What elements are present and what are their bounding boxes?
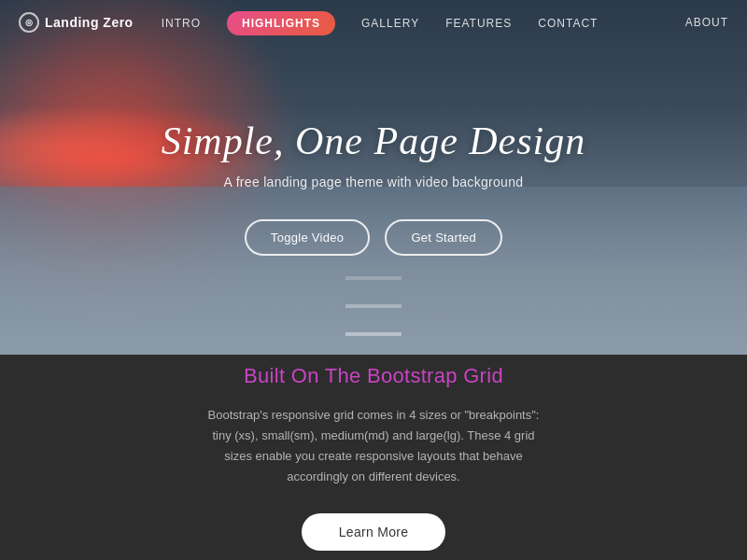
nav-link-intro[interactable]: INTRO [162,17,201,30]
nav-item-gallery[interactable]: GALLERY [361,14,419,31]
hero-buttons: Toggle Video Get Started [162,219,586,256]
nav-link-features[interactable]: FEATURES [445,17,512,30]
nav-item-contact[interactable]: CONTACT [538,14,598,31]
toggle-video-button[interactable]: Toggle Video [245,219,371,256]
nav-link-contact[interactable]: CONTACT [538,17,598,30]
get-started-button[interactable]: Get Started [385,219,502,256]
brand-icon: ◎ [19,12,39,33]
learn-more-button[interactable]: Learn More [302,513,446,551]
hero-section: Simple, One Page Design A free landing p… [0,0,747,355]
nav-about-link[interactable]: ABOUT [685,16,728,29]
hero-title: Simple, One Page Design [162,119,586,163]
brand[interactable]: ◎ Landing Zero [19,12,134,33]
highlights-description: Bootstrap's responsive grid comes in 4 s… [205,405,542,487]
highlights-section: Built On The Bootstrap Grid Bootstrap's … [0,355,747,560]
hero-subtitle: A free landing page theme with video bac… [162,175,586,189]
navbar: ◎ Landing Zero INTRO HIGHLIGHTS GALLERY … [0,0,747,45]
hero-content: Simple, One Page Design A free landing p… [162,100,586,256]
brand-name: Landing Zero [45,15,134,30]
nav-link-highlights[interactable]: HIGHLIGHTS [227,11,335,35]
nav-links: INTRO HIGHLIGHTS GALLERY FEATURES CONTAC… [162,14,599,31]
nav-item-intro[interactable]: INTRO [162,14,201,31]
nav-link-gallery[interactable]: GALLERY [361,17,419,30]
highlights-title: Built On The Bootstrap Grid [244,364,503,388]
nav-item-features[interactable]: FEATURES [445,14,512,31]
nav-item-highlights[interactable]: HIGHLIGHTS [227,14,335,31]
